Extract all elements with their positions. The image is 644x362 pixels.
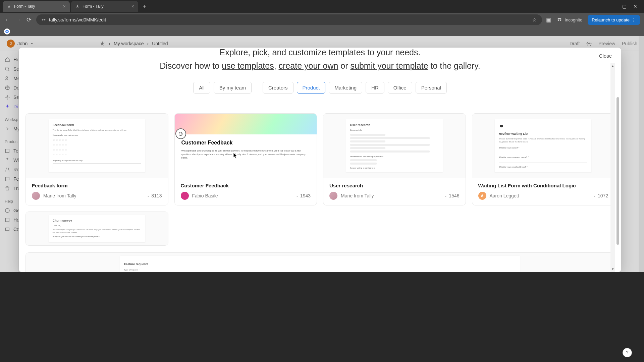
hero-line2: Discover how to use templates, create yo… xyxy=(25,59,614,72)
card-preview: Revflow Waiting List We are currently in… xyxy=(472,114,614,178)
new-tab-button[interactable]: + xyxy=(140,3,150,10)
filter-divider xyxy=(257,83,257,92)
template-grid: Feedback form Thanks for using Tally. We… xyxy=(25,113,614,252)
tally-favicon xyxy=(75,4,80,9)
maximize-icon[interactable]: ▢ xyxy=(622,4,627,9)
filter-office[interactable]: Office xyxy=(388,82,412,94)
relaunch-label: Relaunch to update xyxy=(592,17,630,22)
download-count: 1943 xyxy=(296,193,311,198)
card-preview: Churn surveyDear XX,We're sorry to see y… xyxy=(26,212,168,245)
filter-all[interactable]: All xyxy=(193,82,210,94)
back-button[interactable]: ← xyxy=(4,16,11,23)
modal-scrollbar-track[interactable] xyxy=(616,64,619,268)
author-name: Fabio Basile xyxy=(192,193,218,198)
incognito-label: Incognito xyxy=(565,17,582,22)
tab-bar: Form - Tally × Form - Tally × + — ▢ ✕ xyxy=(0,0,644,13)
relaunch-button[interactable]: Relaunch to update ⋮ xyxy=(588,15,640,25)
minimize-icon[interactable]: — xyxy=(611,4,615,9)
menu-dots-icon: ⋮ xyxy=(632,17,636,22)
svg-point-3 xyxy=(6,31,8,32)
link-submit-template[interactable]: submit your template xyxy=(351,61,428,70)
scroll-up-icon[interactable]: ▲ xyxy=(611,64,614,68)
filter-marketing[interactable]: Marketing xyxy=(329,82,362,94)
link-create-own[interactable]: create your own xyxy=(279,61,338,70)
card-preview: Feedback form Thanks for using Tally. We… xyxy=(26,114,168,178)
modal-scrollbar[interactable]: ▲ ▼ xyxy=(610,63,615,272)
templates-modal: Close ▲ ▼ Explore, pick, and customize t… xyxy=(19,48,621,272)
card-title: User research xyxy=(329,183,460,188)
url-text: tally.so/forms/wd0MMK/edit xyxy=(49,17,106,22)
card-title: Customer Feedback xyxy=(181,183,311,188)
filter-by-team[interactable]: By my team xyxy=(214,82,252,94)
download-icon xyxy=(444,194,447,197)
card-preview: ☺ Customer Feedback We appreciate you ch… xyxy=(175,114,317,178)
template-card-feature[interactable]: Feature requestsType of request → xyxy=(25,252,614,272)
hero-line1: Explore, pick, and customize templates t… xyxy=(25,48,614,59)
download-icon xyxy=(147,194,150,197)
template-card-churn[interactable]: Churn surveyDear XX,We're sorry to see y… xyxy=(25,212,168,246)
download-count: 8113 xyxy=(147,193,162,198)
download-count: 1072 xyxy=(593,193,608,198)
card-title: Feedback form xyxy=(32,183,162,188)
tab-title: Form - Tally xyxy=(83,4,103,9)
author-avatar xyxy=(32,192,40,200)
filter-hr[interactable]: HR xyxy=(366,82,384,94)
link-use-templates[interactable]: use templates xyxy=(222,61,274,70)
filter-row: All By my team Creators Product Marketin… xyxy=(25,82,614,94)
close-icon[interactable]: × xyxy=(63,4,66,9)
forward-button[interactable]: → xyxy=(15,16,21,23)
template-card-waiting-list[interactable]: Revflow Waiting List We are currently in… xyxy=(472,113,615,205)
bookmarks-bar xyxy=(0,27,644,36)
address-bar: ← → ⟳ ⊶ tally.so/forms/wd0MMK/edit ☆ ▣ I… xyxy=(0,13,644,27)
google-bookmark[interactable] xyxy=(4,28,10,35)
close-icon[interactable]: × xyxy=(131,4,134,9)
close-window-icon[interactable]: ✕ xyxy=(633,4,637,9)
incognito-badge: Incognito xyxy=(556,17,582,23)
revflow-logo-icon xyxy=(499,123,504,129)
site-info-icon[interactable]: ⊶ xyxy=(42,17,46,22)
incognito-icon xyxy=(556,17,562,23)
browser-tab-2[interactable]: Form - Tally × xyxy=(71,1,138,12)
card-preview: Feature requestsType of request → xyxy=(26,253,614,272)
download-count: 1546 xyxy=(444,193,459,198)
author-name: Marie from Tally xyxy=(341,193,374,198)
hero-text: Explore, pick, and customize templates t… xyxy=(25,48,614,82)
svg-point-0 xyxy=(558,19,559,21)
author-name: Marie from Tally xyxy=(43,193,76,198)
card-title: Waiting List Form with Conditional Logic xyxy=(478,183,608,188)
scroll-down-icon[interactable]: ▼ xyxy=(611,267,614,271)
author-name: Aaron Leggett xyxy=(490,193,519,198)
scrollbar-thumb[interactable] xyxy=(616,97,619,245)
template-card-customer-feedback[interactable]: ☺ Customer Feedback We appreciate you ch… xyxy=(174,113,317,205)
tally-favicon xyxy=(7,4,11,9)
smile-icon: ☺ xyxy=(175,128,186,139)
filter-creators[interactable]: Creators xyxy=(263,82,293,94)
url-input[interactable]: ⊶ tally.so/forms/wd0MMK/edit ☆ xyxy=(36,14,542,25)
download-icon xyxy=(296,194,299,197)
tab-title: Form - Tally xyxy=(14,4,35,9)
filter-product[interactable]: Product xyxy=(297,82,326,94)
svg-point-1 xyxy=(560,19,561,21)
author-avatar xyxy=(329,192,337,200)
author-avatar xyxy=(181,192,189,200)
extensions-icon[interactable]: ▣ xyxy=(546,17,551,23)
template-card-user-research[interactable]: User research Session info Understands t… xyxy=(323,113,466,205)
close-button[interactable]: Close xyxy=(599,53,612,59)
filter-personal[interactable]: Personal xyxy=(416,82,447,94)
window-controls: — ▢ ✕ xyxy=(611,4,641,9)
browser-tab-1[interactable]: Form - Tally × xyxy=(3,1,70,12)
template-card-feedback-form[interactable]: Feedback form Thanks for using Tally. We… xyxy=(25,113,168,205)
bookmark-icon[interactable]: ☆ xyxy=(532,17,537,22)
download-icon xyxy=(593,194,596,197)
card-preview: User research Session info Understands t… xyxy=(323,114,466,178)
reload-button[interactable]: ⟳ xyxy=(25,16,32,23)
author-avatar: A xyxy=(478,192,486,200)
